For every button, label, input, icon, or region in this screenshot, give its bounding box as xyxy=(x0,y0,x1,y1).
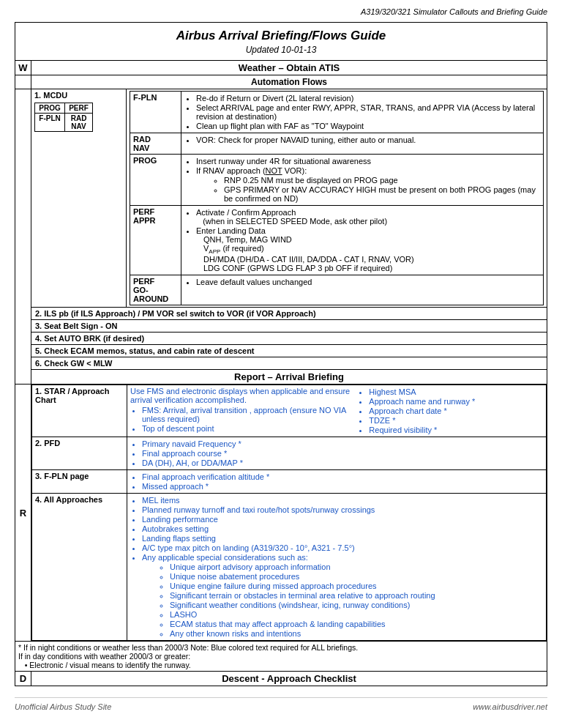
r-label: R xyxy=(15,385,31,642)
mcdu-label: 1. MCDU xyxy=(34,91,123,100)
ecam-content: 5. Check ECAM memos, status, and cabin r… xyxy=(31,345,547,357)
sub-bullet-8: Any other known risks and intentions xyxy=(170,629,543,638)
star-fms-bullet-1: FMS: Arrival, arrival transition , appro… xyxy=(142,406,353,423)
all-bullet-2: Planned runway turnoff and taxi route/ho… xyxy=(142,505,543,514)
note-row: * If in night conditions or weather less… xyxy=(15,642,547,672)
star-right-2: Approach name and runway * xyxy=(369,397,543,406)
r-inner-table: 1. STAR / Approach Chart Use FMS and ele… xyxy=(31,385,547,641)
gw-row: 6. Check GW < MLW xyxy=(15,357,547,370)
sub-bullet-7: ECAM status that may affect approach & l… xyxy=(170,620,543,628)
main-table: Airbus Arrival Briefing/Flows Guide Upda… xyxy=(15,22,547,686)
d-label: D xyxy=(15,672,31,686)
auto-brk-row: 4. Set AUTO BRK (if desired) xyxy=(15,333,547,345)
automation-spacer xyxy=(15,75,31,89)
ils-row: 2. ILS pb (if ILS Approach) / PM VOR sel… xyxy=(15,308,547,320)
all-bullet-1: MEL items xyxy=(142,496,543,505)
sub-bullet-5: Significant weather conditions (windshea… xyxy=(170,601,543,609)
prog-perf-inner-table: PROG PERF F-PLN RADNAV xyxy=(34,103,93,132)
d-title: Descent - Approach Checklist xyxy=(31,672,547,686)
ils-content: 2. ILS pb (if ILS Approach) / PM VOR sel… xyxy=(31,308,547,320)
prog-sub-1: RNP 0.25 NM must be displayed on PROG pa… xyxy=(224,176,540,185)
header-title: A319/320/321 Simulator Callouts and Brie… xyxy=(361,7,547,16)
all-approaches-content: MEL items Planned runway turnoff and tax… xyxy=(127,494,547,641)
prog-label: PROG xyxy=(130,155,181,206)
perf-goaround-label: PERFGO-AROUND xyxy=(130,275,181,305)
star-row: 1. STAR / Approach Chart Use FMS and ele… xyxy=(32,385,547,437)
perf-goaround-content: Leave default values unchanged xyxy=(181,275,544,305)
fpln-cell: F-PLN xyxy=(35,114,65,132)
perf-goaround-bullet-1: Leave default values unchanged xyxy=(196,278,540,286)
fpln-label: F-PLN xyxy=(130,92,181,133)
fpln-page-label: 3. F-PLN page xyxy=(32,470,127,494)
w-title: Weather – Obtain ATIS xyxy=(31,61,547,75)
w-label: W xyxy=(15,61,31,75)
guide-subtitle: Updated 10-01-13 xyxy=(20,45,542,57)
sub-bullet-3: Unique engine failure during missed appr… xyxy=(170,582,543,590)
all-bullet-3: Landing performance xyxy=(142,515,543,524)
star-label: 1. STAR / Approach Chart xyxy=(32,385,127,437)
prog-bullet-2: If RNAV approach (NOT VOR): RNP 0.25 NM … xyxy=(196,166,540,203)
radnav-bullet-1: VOR: Check for proper NAVAID tuning, eit… xyxy=(196,135,540,144)
perf-appr-content: Activate / Confirm Approach (when in SEL… xyxy=(181,206,544,275)
r-main-row: R 1. STAR / Approach Chart Use FMS and e… xyxy=(15,385,547,642)
day-conditions-text: If in day conditions with weather 2000/3… xyxy=(18,652,190,661)
mcdu-content-cell: F-PLN Re-do if Return or Divert (2L late… xyxy=(127,89,547,308)
all-bullet-6: A/C type max pitch on landing (A319/320 … xyxy=(142,543,543,552)
pfd-row: 2. PFD Primary navaid Frequency * Final … xyxy=(32,437,547,470)
radnav-label: RADNAV xyxy=(130,133,181,155)
fpln-page-content: Final approach verification altitude * M… xyxy=(127,470,547,494)
footer-left: Unofficial Airbus Study Site xyxy=(15,702,111,711)
pfd-bullet-2: Final approach course * xyxy=(142,449,543,458)
star-right-1: Highest MSA xyxy=(369,387,543,396)
sub-bullet-2: Unique noise abatement procedures xyxy=(170,572,543,581)
page-footer: Unofficial Airbus Study Site www.airbusd… xyxy=(15,697,547,711)
automation-header: Automation Flows xyxy=(31,75,547,89)
perf-appr-bullet-2: Enter Landing Data QNH, Temp, MAG WIND V… xyxy=(196,226,540,272)
fpln-content: Re-do if Return or Divert (2L lateral re… xyxy=(181,92,544,133)
seat-belt-row: 3. Seat Belt Sign - ON xyxy=(15,320,547,333)
all-approaches-label: 4. All Approaches xyxy=(32,494,127,641)
star-right: Highest MSA Approach name and runway * A… xyxy=(357,387,543,435)
r-content: 1. STAR / Approach Chart Use FMS and ele… xyxy=(31,385,547,642)
star-right-3: Approach chart date * xyxy=(369,406,543,415)
note-text: * If in night conditions or weather less… xyxy=(18,643,358,652)
all-bullet-4: Autobrakes setting xyxy=(142,524,543,533)
ecam-row: 5. Check ECAM memos, status, and cabin r… xyxy=(15,345,547,357)
prog-sub-2: GPS PRIMARY or NAV ACCURACY HIGH must be… xyxy=(224,185,540,203)
mcdu-label-cell: 1. MCDU PROG PERF F-PLN RADNAV xyxy=(31,89,127,308)
fpln-bullet-1: Re-do if Return or Divert (2L lateral re… xyxy=(196,94,540,103)
d-row: D Descent - Approach Checklist xyxy=(15,672,547,686)
radnav-content: VOR: Check for proper NAVAID tuning, eit… xyxy=(181,133,544,155)
gw-content: 6. Check GW < MLW xyxy=(31,357,547,370)
footer-right: www.airbusdriver.net xyxy=(473,702,547,711)
pfd-content: Primary navaid Frequency * Final approac… xyxy=(127,437,547,470)
seat-belt-content: 3. Seat Belt Sign - ON xyxy=(31,320,547,333)
star-content: Use FMS and electronic displays when app… xyxy=(127,385,547,437)
sub-bullet-1: Unique airport advisory approach informa… xyxy=(170,562,543,571)
fpln-bullet-3: Clean up flight plan with FAF as "TO" Wa… xyxy=(196,122,540,130)
all-bullet-5: Landing flaps setting xyxy=(142,534,543,543)
sub-bullet-6: LASHO xyxy=(170,610,543,619)
prog-header: PROG xyxy=(35,103,65,114)
pfd-bullet-3: DA (DH), AH, or DDA/MAP * xyxy=(142,458,543,467)
perf-header: PERF xyxy=(65,103,93,114)
fpln-bullet-2: Select ARRIVAL page and enter RWY, APPR,… xyxy=(196,103,540,121)
all-bullet-7: Any applicable special considerations su… xyxy=(142,553,543,638)
pfd-label: 2. PFD xyxy=(32,437,127,470)
auto-brk-content: 4. Set AUTO BRK (if desired) xyxy=(31,333,547,345)
all-approaches-row: 4. All Approaches MEL items Planned runw… xyxy=(32,494,547,641)
fpln-page-bullet-2: Missed approach * xyxy=(142,482,543,491)
star-right-5: Required visibility * xyxy=(369,426,543,434)
prog-bullet-1: Insert runway under 4R for situational a… xyxy=(196,157,540,166)
sub-bullet-4: Significant terrain or obstacles in term… xyxy=(170,591,543,600)
fpln-page-bullet-1: Final approach verification altitude * xyxy=(142,472,543,481)
guide-title: Airbus Arrival Briefing/Flows Guide xyxy=(20,26,542,45)
fpln-page-row: 3. F-PLN page Final approach verificatio… xyxy=(32,470,547,494)
perf-appr-bullet-1: Activate / Confirm Approach (when in SEL… xyxy=(196,208,540,226)
page-header: A319/320/321 Simulator Callouts and Brie… xyxy=(15,7,547,16)
day-bullet-text: Electronic / visual means to identify th… xyxy=(29,661,190,669)
fpln-subtable: F-PLN Re-do if Return or Divert (2L late… xyxy=(130,91,544,305)
pfd-bullet-1: Primary navaid Frequency * xyxy=(142,439,543,448)
rad-nav-cell: RADNAV xyxy=(65,114,93,132)
note-content: * If in night conditions or weather less… xyxy=(15,642,547,672)
